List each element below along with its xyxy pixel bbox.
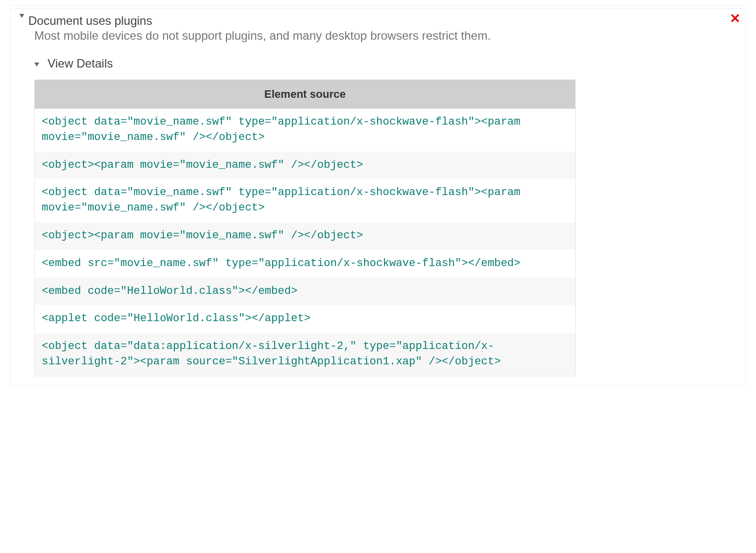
table-row: <object><param movie="movie_name.swf" />… bbox=[35, 151, 575, 179]
audit-panel: ✕ Document uses plugins Most mobile devi… bbox=[10, 8, 746, 386]
audit-description: Most mobile devices do not support plugi… bbox=[34, 29, 737, 43]
table-row: <object data="data:application/x-silverl… bbox=[35, 333, 575, 376]
audit-header[interactable]: Document uses plugins bbox=[19, 14, 737, 28]
table-header: Element source bbox=[35, 80, 575, 109]
table-row: <embed code="HelloWorld.class"></embed> bbox=[35, 277, 575, 305]
chevron-down-icon bbox=[34, 63, 39, 67]
element-source-table: Element source <object data="movie_name.… bbox=[34, 79, 576, 376]
divider bbox=[10, 5, 746, 5]
chevron-down-icon bbox=[19, 14, 24, 18]
table-row: <object data="movie_name.swf" type="appl… bbox=[35, 179, 575, 222]
table-row: <embed src="movie_name.swf" type="applic… bbox=[35, 250, 575, 277]
audit-title: Document uses plugins bbox=[28, 14, 152, 28]
table-row: <applet code="HelloWorld.class"></applet… bbox=[35, 305, 575, 333]
table-row: <object data="movie_name.swf" type="appl… bbox=[35, 109, 575, 151]
fail-status-icon: ✕ bbox=[730, 12, 741, 25]
view-details-label: View Details bbox=[48, 57, 113, 70]
view-details-toggle[interactable]: View Details bbox=[34, 57, 737, 70]
table-row: <object><param movie="movie_name.swf" />… bbox=[35, 222, 575, 250]
